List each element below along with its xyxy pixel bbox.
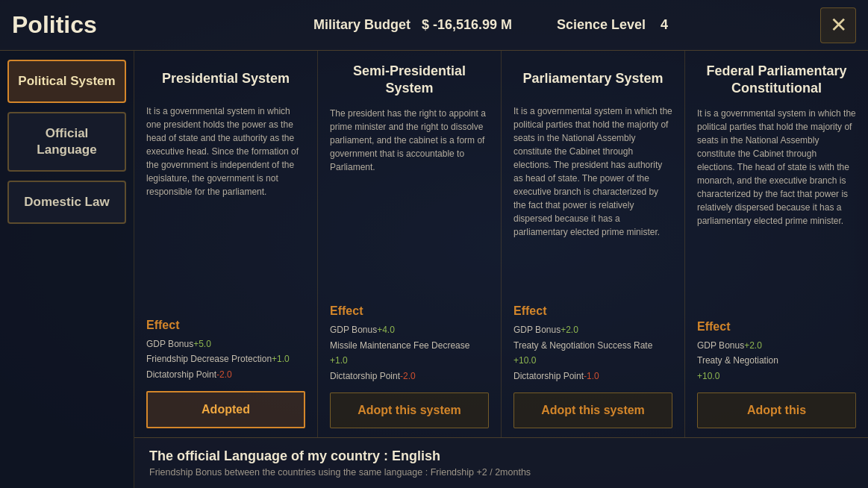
effect-gdp-bonus: GDP Bonus+5.0 (146, 337, 305, 351)
card-federal-title: Federal Parliamentary Constitutional (697, 63, 856, 98)
card-presidential: Presidential System It is a governmental… (134, 51, 318, 437)
effect-treaty: Treaty & Negotiation Success Rate+10.0 (513, 338, 672, 369)
effect-missile-fee: Missile Maintenance Fee Decrease+1.0 (330, 338, 489, 369)
science-level-stat: Science Level 4 (557, 17, 668, 33)
effect-gdp-bonus-2: GDP Bonus+4.0 (330, 322, 489, 337)
effect-treaty-value-2: +10.0 (697, 371, 719, 381)
page-title: Politics (12, 11, 131, 39)
effect-treaty-value: +10.0 (513, 355, 536, 366)
card-semi-presidential: Semi-Presidential System The president h… (318, 51, 502, 437)
military-budget-label: Military Budget (313, 17, 410, 32)
effect-gdp-bonus-value-4: +2.0 (744, 340, 762, 351)
card-parliamentary: Parliamentary System It is a governmenta… (502, 51, 685, 437)
adopted-button[interactable]: Adopted (146, 391, 305, 428)
body: Political System Official Language Domes… (0, 51, 868, 488)
content: Presidential System It is a governmental… (134, 51, 868, 488)
effect-friendship-value: +1.0 (272, 354, 290, 364)
card-presidential-desc: It is a governmental system in which one… (146, 104, 305, 311)
card-parliamentary-title: Parliamentary System (513, 63, 672, 96)
effect-gdp-bonus-value: +5.0 (193, 339, 211, 349)
effect-gdp-bonus-value-2: +4.0 (377, 325, 395, 335)
card-presidential-effect-label: Effect (146, 319, 305, 332)
close-button[interactable]: ✕ (820, 7, 856, 43)
effect-dictatorship-value-2: -2.0 (400, 371, 416, 381)
sidebar-item-political-system[interactable]: Political System (7, 60, 126, 103)
card-federal-desc: It is a governmental system in which the… (697, 107, 856, 313)
effect-gdp-bonus-4: GDP Bonus+2.0 (697, 338, 856, 353)
effect-treaty-2: Treaty & Negotiation+10.0 (697, 353, 856, 384)
card-federal: Federal Parliamentary Constitutional It … (685, 51, 868, 437)
card-parliamentary-effects: GDP Bonus+2.0 Treaty & Negotiation Succe… (513, 322, 672, 384)
card-semi-presidential-desc: The president has the right to appoint a… (330, 107, 489, 298)
main-container: Politics Military Budget $ -16,516.99 M … (0, 0, 868, 488)
effect-missile-value: +1.0 (330, 355, 348, 366)
sidebar-item-official-language[interactable]: Official Language (7, 112, 126, 172)
card-semi-presidential-effects: GDP Bonus+4.0 Missile Maintenance Fee De… (330, 322, 489, 384)
effect-friendship-protection: Friendship Decrease Protection+1.0 (146, 351, 305, 366)
adopt-semi-presidential-button[interactable]: Adopt this system (330, 392, 489, 428)
cards-row: Presidential System It is a governmental… (134, 51, 868, 437)
effect-dictatorship-3: Dictatorship Point-1.0 (513, 369, 672, 384)
card-parliamentary-effect-label: Effect (513, 304, 672, 318)
effect-dictatorship-2: Dictatorship Point-2.0 (330, 369, 489, 384)
card-federal-effect-label: Effect (697, 320, 856, 334)
science-level-label: Science Level (557, 17, 646, 32)
sidebar-item-domestic-law[interactable]: Domestic Law (7, 181, 126, 224)
effect-dictatorship: Dictatorship Point-2.0 (146, 367, 305, 382)
military-budget-value: $ -16,516.99 M (422, 17, 512, 32)
effect-dictatorship-value-3: -1.0 (584, 371, 599, 381)
effect-gdp-bonus-value-3: +2.0 (561, 325, 578, 335)
military-budget-stat: Military Budget $ -16,516.99 M (313, 17, 512, 33)
card-presidential-effects: GDP Bonus+5.0 Friendship Decrease Protec… (146, 337, 305, 382)
card-federal-effects: GDP Bonus+2.0 Treaty & Negotiation+10.0 (697, 338, 856, 384)
card-parliamentary-desc: It is a governmental system in which the… (513, 104, 672, 297)
bottom-info: The official Language of my country : En… (134, 437, 868, 488)
adopt-federal-button[interactable]: Adopt this (697, 392, 856, 428)
effect-gdp-bonus-3: GDP Bonus+2.0 (513, 322, 672, 337)
card-presidential-title: Presidential System (146, 63, 305, 96)
card-semi-presidential-title: Semi-Presidential System (330, 63, 489, 98)
card-semi-presidential-effect-label: Effect (330, 304, 489, 318)
adopt-parliamentary-button[interactable]: Adopt this system (513, 392, 672, 428)
sidebar: Political System Official Language Domes… (0, 51, 134, 488)
effect-dictatorship-value: -2.0 (216, 369, 232, 380)
bottom-info-title: The official Language of my country : En… (149, 448, 853, 464)
header: Politics Military Budget $ -16,516.99 M … (0, 0, 868, 51)
bottom-info-description: Friendship Bonus between the countries u… (149, 467, 853, 478)
header-stats: Military Budget $ -16,516.99 M Science L… (161, 17, 820, 33)
science-level-value: 4 (661, 17, 668, 32)
